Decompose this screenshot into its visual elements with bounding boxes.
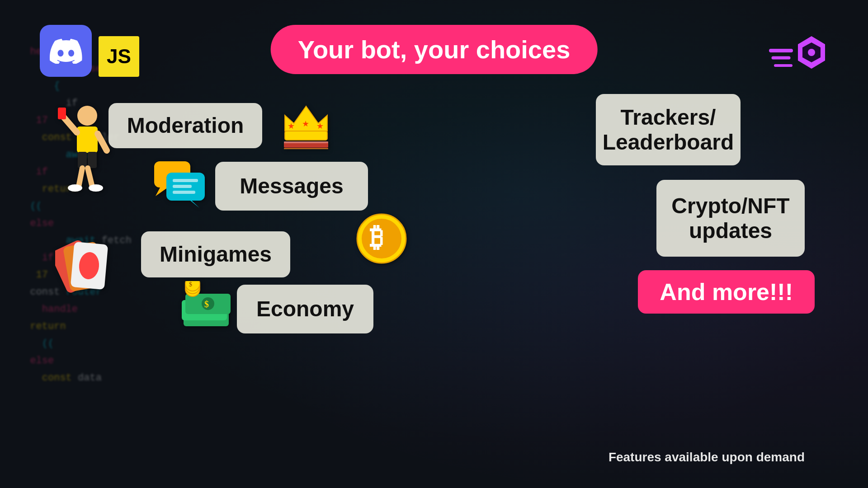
main-content: JS Your bot, your choices [0, 0, 868, 488]
svg-rect-11 [58, 108, 66, 119]
js-logo: JS [99, 36, 139, 77]
svg-point-5 [808, 49, 815, 56]
andmore-badge: And more!!! [638, 270, 815, 314]
messages-svg [152, 159, 206, 209]
svg-point-14 [68, 184, 82, 192]
messages-emoji [152, 159, 206, 215]
svg-rect-7 [77, 127, 98, 153]
cards-emoji [55, 230, 118, 302]
trackers-label: Trackers/ Leaderboard [596, 105, 741, 155]
svg-rect-23 [284, 141, 328, 143]
svg-rect-9 [88, 152, 97, 168]
discord-logo [40, 25, 92, 77]
svg-text:$: $ [189, 281, 192, 288]
svg-marker-31 [190, 201, 199, 208]
referee-emoji [58, 103, 117, 204]
svg-line-12 [98, 134, 107, 150]
moderation-badge: Moderation [108, 103, 262, 148]
svg-line-15 [88, 168, 92, 187]
svg-point-49 [185, 281, 200, 291]
messages-label: Messages [240, 174, 343, 198]
svg-text:★: ★ [316, 122, 324, 131]
minigames-label: Minigames [160, 242, 272, 267]
hero-title: Your bot, your choices [298, 35, 571, 64]
leaderboard-emoji: ★ ★ ★ [280, 97, 332, 157]
velocity-icon [769, 23, 832, 86]
money-emoji: $ $ [180, 281, 234, 338]
economy-badge: Economy [237, 285, 373, 333]
svg-rect-32 [173, 179, 198, 182]
svg-rect-33 [173, 185, 192, 188]
referee-svg [58, 103, 117, 193]
svg-text:★: ★ [302, 119, 309, 128]
minigames-badge: Minigames [141, 231, 290, 277]
discord-icon [50, 38, 82, 64]
andmore-label: And more!!! [660, 279, 793, 305]
messages-badge: Messages [215, 162, 368, 211]
cards-svg [55, 230, 118, 294]
bitcoin-emoji: ₿ [356, 213, 407, 272]
svg-marker-29 [156, 188, 168, 196]
crypto-badge: Crypto/NFT updates [656, 180, 805, 257]
js-label: JS [107, 45, 131, 68]
svg-text:₿: ₿ [370, 223, 383, 253]
svg-point-6 [77, 106, 97, 126]
moderation-label: Moderation [127, 113, 244, 138]
svg-text:$: $ [204, 299, 209, 309]
hero-pill: Your bot, your choices [271, 25, 598, 74]
economy-label: Economy [256, 296, 354, 321]
bitcoin-svg: ₿ [356, 213, 407, 264]
svg-line-13 [79, 168, 82, 187]
crypto-label: Crypto/NFT updates [656, 193, 805, 243]
speed-icon-container [769, 23, 832, 86]
svg-rect-34 [173, 191, 195, 194]
svg-point-16 [89, 184, 103, 192]
trackers-badge: Trackers/ Leaderboard [596, 94, 741, 165]
money-svg: $ $ [180, 281, 234, 331]
svg-rect-24 [284, 148, 328, 149]
svg-rect-18 [285, 131, 327, 140]
svg-text:★: ★ [288, 122, 295, 131]
leaderboard-svg: ★ ★ ★ [280, 97, 332, 149]
footer-text: Features available upon demand [609, 450, 805, 465]
